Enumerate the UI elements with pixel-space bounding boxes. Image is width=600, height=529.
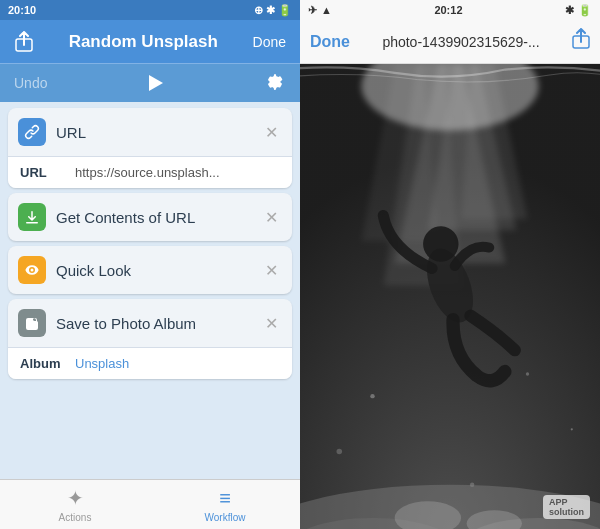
nav-bar-right: Done photo-1439902315629-... <box>300 20 600 64</box>
tab-actions[interactable]: ✦ Actions <box>0 482 150 527</box>
workflow-tab-icon: ≡ <box>219 487 231 510</box>
undo-button[interactable]: Undo <box>14 75 47 91</box>
status-right-right: ✱ 🔋 <box>565 4 592 17</box>
airplane-icon: ✈ <box>308 4 317 17</box>
save-photo-param-row: Album Unsplash <box>8 347 292 379</box>
status-bar-right: ✈ ▲ 20:12 ✱ 🔋 <box>300 0 600 20</box>
action-header-get-contents: Get Contents of URL ✕ <box>8 193 292 241</box>
nav-bar-left: Random Unsplash Done <box>0 20 300 64</box>
get-contents-title: Get Contents of URL <box>56 209 261 226</box>
actions-tab-label: Actions <box>59 512 92 523</box>
url-icon <box>18 118 46 146</box>
underwater-photo <box>300 64 600 529</box>
battery-icon: 🔋 <box>578 4 592 17</box>
share-icon[interactable] <box>10 28 38 56</box>
action-header-url: URL ✕ <box>8 108 292 156</box>
share-button-right[interactable] <box>572 28 590 55</box>
workflow-tab-label: Workflow <box>205 512 246 523</box>
status-right-left: ✈ ▲ <box>308 4 332 17</box>
right-panel: ✈ ▲ 20:12 ✱ 🔋 Done photo-1439902315629-.… <box>300 0 600 529</box>
watermark: APPsolution <box>543 495 590 519</box>
url-close-button[interactable]: ✕ <box>261 119 282 146</box>
actions-tab-icon: ✦ <box>67 486 84 510</box>
status-icons-left: ⊕ ✱ 🔋 <box>254 4 292 17</box>
svg-point-12 <box>526 372 529 375</box>
photo-container: APPsolution <box>300 64 600 529</box>
get-contents-close-button[interactable]: ✕ <box>261 204 282 231</box>
status-time-right: 20:12 <box>434 4 462 16</box>
play-icon <box>149 75 163 91</box>
album-param-value: Unsplash <box>75 356 129 371</box>
bluetooth-icon: ✱ <box>565 4 574 17</box>
play-button[interactable] <box>145 72 167 94</box>
save-photo-title: Save to Photo Album <box>56 315 261 332</box>
svg-point-13 <box>337 449 343 455</box>
workflow-list: URL ✕ URL https://source.unsplash... Get… <box>0 102 300 479</box>
done-button-left[interactable]: Done <box>249 30 290 54</box>
save-photo-close-button[interactable]: ✕ <box>261 310 282 337</box>
nav-title-left: Random Unsplash <box>69 32 218 52</box>
tab-bar: ✦ Actions ≡ Workflow <box>0 479 300 529</box>
gear-button[interactable] <box>264 72 286 94</box>
save-photo-icon <box>18 309 46 337</box>
url-param-label: URL <box>20 165 75 180</box>
action-block-get-contents: Get Contents of URL ✕ <box>8 193 292 241</box>
url-param-value: https://source.unsplash... <box>75 165 280 180</box>
action-header-save-photo: Save to Photo Album ✕ <box>8 299 292 347</box>
quick-look-close-button[interactable]: ✕ <box>261 257 282 284</box>
svg-point-11 <box>370 394 374 398</box>
svg-point-14 <box>571 428 573 430</box>
status-time-left: 20:10 <box>8 4 36 16</box>
url-title: URL <box>56 124 261 141</box>
toolbar: Undo <box>0 64 300 102</box>
file-title: photo-1439902315629-... <box>382 34 539 50</box>
album-param-label: Album <box>20 356 75 371</box>
svg-point-1 <box>30 323 34 327</box>
action-block-quick-look: Quick Look ✕ <box>8 246 292 294</box>
action-header-quick-look: Quick Look ✕ <box>8 246 292 294</box>
left-panel: 20:10 ⊕ ✱ 🔋 Random Unsplash Done Undo <box>0 0 300 529</box>
action-block-url: URL ✕ URL https://source.unsplash... <box>8 108 292 188</box>
wifi-icon: ▲ <box>321 4 332 16</box>
url-param-row: URL https://source.unsplash... <box>8 156 292 188</box>
action-block-save-photo: Save to Photo Album ✕ Album Unsplash <box>8 299 292 379</box>
quick-look-icon <box>18 256 46 284</box>
get-contents-icon <box>18 203 46 231</box>
status-bar-left: 20:10 ⊕ ✱ 🔋 <box>0 0 300 20</box>
quick-look-title: Quick Look <box>56 262 261 279</box>
done-button-right[interactable]: Done <box>310 33 350 51</box>
tab-workflow[interactable]: ≡ Workflow <box>150 483 300 527</box>
